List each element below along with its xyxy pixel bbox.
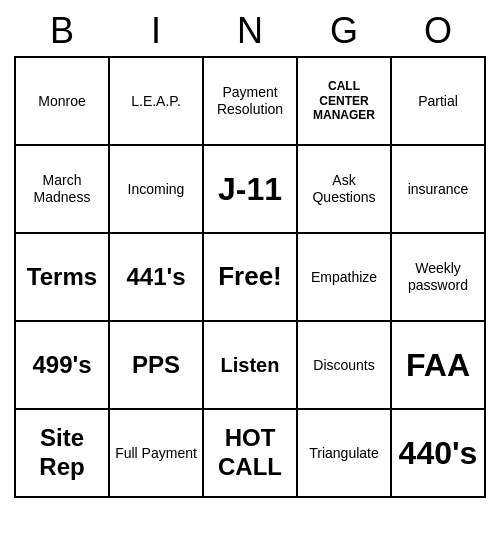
cell-21: Full Payment	[110, 410, 204, 498]
cell-23: Triangulate	[298, 410, 392, 498]
bingo-grid: MonroeL.E.A.P.Payment ResolutionCALL CEN…	[14, 56, 486, 498]
cell-0: Monroe	[16, 58, 110, 146]
letter-o: O	[391, 10, 485, 52]
cell-24: 440's	[392, 410, 486, 498]
cell-15: 499's	[16, 322, 110, 410]
cell-17: Listen	[204, 322, 298, 410]
cell-4: Partial	[392, 58, 486, 146]
cell-9: insurance	[392, 146, 486, 234]
cell-12: Free!	[204, 234, 298, 322]
cell-1: L.E.A.P.	[110, 58, 204, 146]
cell-18: Discounts	[298, 322, 392, 410]
cell-13: Empathize	[298, 234, 392, 322]
cell-5: March Madness	[16, 146, 110, 234]
letter-b: B	[15, 10, 109, 52]
cell-3: CALL CENTER MANAGER	[298, 58, 392, 146]
cell-11: 441's	[110, 234, 204, 322]
cell-10: Terms	[16, 234, 110, 322]
bingo-header: B I N G O	[15, 10, 485, 52]
letter-n: N	[203, 10, 297, 52]
cell-14: Weekly password	[392, 234, 486, 322]
cell-8: Ask Questions	[298, 146, 392, 234]
cell-16: PPS	[110, 322, 204, 410]
letter-i: I	[109, 10, 203, 52]
cell-7: J-11	[204, 146, 298, 234]
letter-g: G	[297, 10, 391, 52]
cell-19: FAA	[392, 322, 486, 410]
cell-20: Site Rep	[16, 410, 110, 498]
cell-6: Incoming	[110, 146, 204, 234]
cell-2: Payment Resolution	[204, 58, 298, 146]
cell-22: HOT CALL	[204, 410, 298, 498]
